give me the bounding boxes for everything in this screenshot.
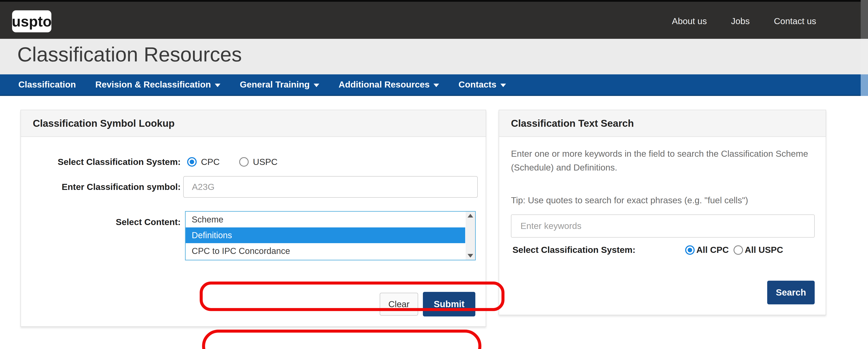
- title-band: Classification Resources: [0, 39, 868, 74]
- caret-down-icon: [433, 84, 439, 87]
- radio-uspc-label: USPC: [253, 157, 278, 167]
- radio-uspc[interactable]: [239, 157, 249, 167]
- content-listbox[interactable]: Scheme Definitions CPC to IPC Concordanc…: [185, 211, 476, 260]
- link-jobs[interactable]: Jobs: [731, 16, 750, 26]
- radio-cpc[interactable]: [187, 157, 197, 167]
- uspto-logo[interactable]: uspto: [12, 10, 51, 32]
- search-button[interactable]: Search: [767, 281, 815, 304]
- nav-item-contacts[interactable]: Contacts: [459, 79, 506, 90]
- lookup-system-row: Select Classification System: CPC USPC: [21, 155, 278, 168]
- search-tip: Tip: Use quotes to search for exact phra…: [511, 195, 813, 205]
- search-panel-title: Classification Text Search: [511, 117, 634, 129]
- link-about-us[interactable]: About us: [672, 16, 707, 26]
- radio-cpc-label: CPC: [201, 157, 220, 167]
- radio-all-uspc[interactable]: [734, 245, 743, 255]
- keywords-input[interactable]: [511, 214, 815, 238]
- listbox-scrollbar[interactable]: [466, 212, 475, 260]
- nav-item-revision-reclassification[interactable]: Revision & Reclassification: [95, 79, 220, 90]
- window-edge-strip: [861, 0, 868, 349]
- lookup-content-row: Select Content: Scheme Definitions CPC t…: [21, 211, 476, 260]
- content-option-cpc-to-ipc-concordance[interactable]: CPC to IPC Concordance: [186, 243, 465, 259]
- search-description: Enter one or more keywords in the field …: [511, 147, 811, 174]
- scroll-down-icon[interactable]: [468, 254, 473, 257]
- caret-down-icon: [215, 84, 220, 87]
- link-contact-us[interactable]: Contact us: [774, 16, 816, 26]
- lookup-system-label: Select Classification System:: [21, 157, 181, 167]
- top-bar: uspto About us Jobs Contact us: [0, 0, 868, 39]
- clear-button[interactable]: Clear: [380, 293, 418, 316]
- radio-all-cpc-label: All CPC: [696, 245, 729, 255]
- annotation-definitions-highlight: [202, 329, 482, 349]
- caret-down-icon: [500, 84, 506, 87]
- nav-item-additional-resources[interactable]: Additional Resources: [339, 79, 439, 90]
- caret-down-icon: [314, 84, 319, 87]
- classification-text-search-panel: Classification Text Search Enter one or …: [499, 110, 826, 315]
- content-option-scheme[interactable]: Scheme: [186, 212, 465, 228]
- nav-item-classification[interactable]: Classification: [18, 79, 76, 90]
- page-title: Classification Resources: [17, 43, 242, 66]
- submit-button[interactable]: Submit: [423, 292, 475, 316]
- search-system-row: Select Classification System: All CPC Al…: [513, 245, 815, 255]
- search-panel-header: Classification Text Search: [499, 110, 826, 137]
- scroll-up-icon[interactable]: [468, 214, 473, 217]
- classification-symbol-lookup-panel: Classification Symbol Lookup Select Clas…: [21, 110, 486, 327]
- top-bar-links: About us Jobs Contact us: [672, 2, 816, 40]
- lookup-symbol-label: Enter Classification symbol:: [21, 182, 181, 192]
- lookup-panel-header: Classification Symbol Lookup: [21, 110, 486, 137]
- uspto-logo-text: uspto: [12, 13, 52, 30]
- lookup-buttons-row: Clear Submit: [380, 292, 475, 316]
- main-nav: Classification Revision & Reclassificati…: [0, 74, 868, 96]
- content-option-definitions[interactable]: Definitions: [186, 228, 465, 243]
- search-system-label: Select Classification System:: [513, 245, 636, 255]
- lookup-content-label: Select Content:: [21, 217, 181, 227]
- lookup-panel-title: Classification Symbol Lookup: [33, 117, 175, 129]
- classification-symbol-input[interactable]: [183, 176, 478, 198]
- lookup-symbol-row: Enter Classification symbol:: [21, 176, 478, 198]
- radio-all-cpc[interactable]: [685, 245, 695, 255]
- nav-item-general-training[interactable]: General Training: [240, 79, 319, 90]
- radio-all-uspc-label: All USPC: [745, 245, 783, 255]
